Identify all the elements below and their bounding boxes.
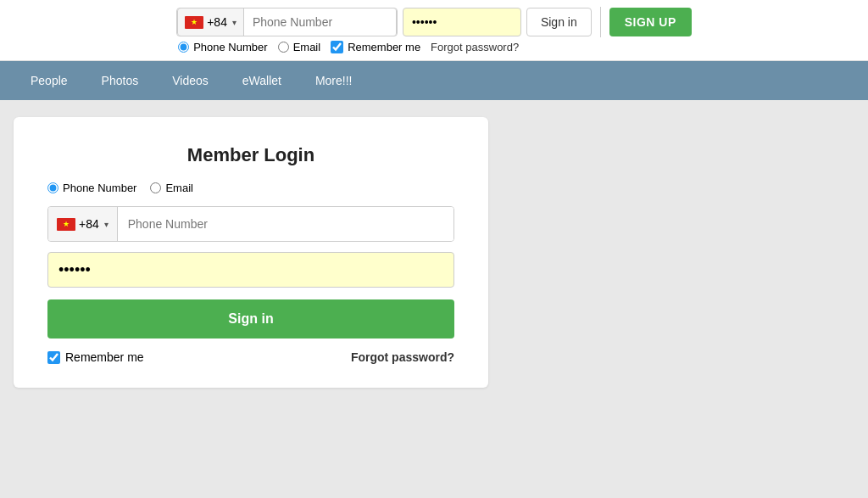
- radio-email-card[interactable]: [150, 182, 161, 193]
- nav-item-videos[interactable]: Videos: [155, 64, 225, 98]
- radio-phone-text-card: Phone Number: [63, 182, 136, 194]
- radio-phone-label-top[interactable]: Phone Number: [178, 41, 267, 53]
- remember-label-top[interactable]: Remember me: [331, 41, 420, 53]
- phone-row: +84 ▾: [47, 206, 454, 242]
- forgot-password-link-top[interactable]: Forgot password?: [431, 41, 519, 53]
- country-code-value: +84: [207, 15, 227, 29]
- phone-input-card[interactable]: [118, 207, 453, 241]
- country-code-value-card: +84: [79, 217, 99, 231]
- remember-text-card: Remember me: [65, 350, 144, 364]
- forgot-password-link-card[interactable]: Forgot password?: [351, 350, 454, 364]
- nav-item-photos[interactable]: Photos: [85, 64, 156, 98]
- nav-item-more[interactable]: More!!!: [298, 64, 370, 98]
- remember-checkbox-card[interactable]: [47, 351, 60, 364]
- card-radio-row: Phone Number Email: [47, 182, 454, 194]
- country-code-select-card[interactable]: +84 ▾: [48, 207, 118, 241]
- phone-input-top[interactable]: [244, 8, 397, 36]
- radio-email-label-card[interactable]: Email: [150, 182, 193, 194]
- remember-text-top: Remember me: [348, 41, 420, 53]
- radio-phone-top[interactable]: [178, 42, 189, 53]
- vietnam-flag-icon-card: [57, 218, 75, 231]
- radio-phone-text-top: Phone Number: [193, 41, 267, 53]
- nav-bar: People Photos Videos eWallet More!!!: [0, 61, 868, 100]
- radio-email-label-top[interactable]: Email: [278, 41, 321, 53]
- vietnam-flag-icon: [185, 16, 203, 29]
- radio-email-top[interactable]: [278, 42, 289, 53]
- top-bar-options: Phone Number Email Remember me Forgot pa…: [176, 41, 519, 53]
- card-bottom-row: Remember me Forgot password?: [47, 350, 454, 364]
- signin-button-top[interactable]: Sign in: [526, 8, 592, 36]
- signup-button-top[interactable]: SIGN UP: [609, 8, 692, 36]
- nav-item-people[interactable]: People: [14, 64, 85, 98]
- separator: [600, 7, 601, 37]
- nav-item-ewallet[interactable]: eWallet: [225, 64, 298, 98]
- login-card: Member Login Phone Number Email +84 ▾ S: [14, 117, 488, 388]
- chevron-down-icon: ▾: [232, 18, 236, 27]
- radio-phone-card[interactable]: [47, 182, 58, 193]
- radio-phone-label-card[interactable]: Phone Number: [47, 182, 136, 194]
- top-bar: +84 ▾ Sign in SIGN UP Phone Number Email: [0, 0, 868, 61]
- top-bar-center: +84 ▾ Sign in SIGN UP Phone Number Email: [176, 7, 692, 53]
- country-code-select-top[interactable]: +84 ▾: [177, 8, 244, 36]
- radio-email-text-top: Email: [293, 41, 321, 53]
- top-bar-inputs: +84 ▾ Sign in SIGN UP: [176, 7, 692, 37]
- radio-email-text-card: Email: [165, 182, 193, 194]
- signin-button-card[interactable]: Sign in: [47, 299, 454, 339]
- password-input-top[interactable]: [403, 8, 521, 36]
- main-content: Member Login Phone Number Email +84 ▾ S: [0, 100, 868, 405]
- card-title: Member Login: [47, 144, 454, 166]
- chevron-down-icon-card: ▾: [104, 220, 108, 229]
- remember-label-card[interactable]: Remember me: [47, 350, 144, 364]
- remember-checkbox-top[interactable]: [331, 41, 343, 53]
- password-input-card[interactable]: [47, 252, 454, 288]
